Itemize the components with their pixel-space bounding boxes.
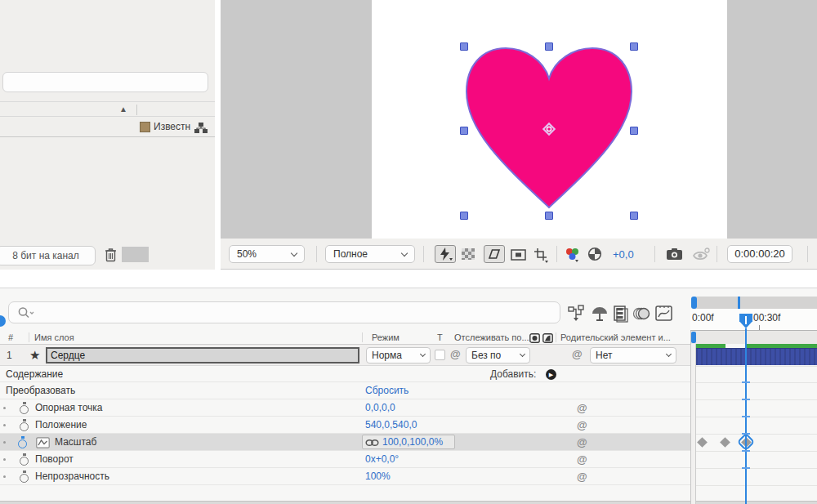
current-time-field[interactable]: 0:00:00:20: [727, 245, 792, 263]
transparency-grid-icon[interactable]: [462, 248, 475, 260]
keyframe-diamond[interactable]: [720, 437, 730, 448]
track-matte-dropdown[interactable]: Без по: [466, 347, 530, 364]
transform-group-row[interactable]: Преобразовать Сбросить: [0, 382, 690, 399]
property-label[interactable]: Положение: [35, 417, 87, 434]
anchor-point-icon[interactable]: [541, 121, 557, 137]
col-layer-name[interactable]: Имя слоя: [34, 332, 74, 342]
selection-handle[interactable]: [630, 127, 638, 135]
snapshot-camera-icon[interactable]: [666, 248, 683, 261]
layer-duration-bar[interactable]: [696, 348, 817, 365]
property-value[interactable]: 0x+0,0°: [365, 451, 399, 468]
stopwatch-icon-active[interactable]: [18, 436, 29, 449]
property-row-scale[interactable]: Масштаб 100,0,100,0% @: [0, 434, 690, 451]
motion-blur-icon[interactable]: [632, 305, 652, 323]
row-dot: [3, 424, 6, 426]
pick-whip-icon[interactable]: @: [577, 436, 587, 448]
graph-editor-icon[interactable]: [654, 305, 674, 323]
grid-guides-icon[interactable]: [533, 247, 551, 263]
pick-whip-icon[interactable]: @: [577, 471, 587, 483]
toolbar-divider: [717, 246, 717, 262]
constrain-proportions-chain-icon[interactable]: [365, 439, 379, 447]
mask-visibility-button[interactable]: [484, 245, 505, 263]
fast-previews-button[interactable]: [435, 245, 456, 263]
work-area-start-handle[interactable]: [691, 332, 696, 343]
parent-pick-whip-icon[interactable]: @: [572, 348, 583, 360]
stopwatch-icon[interactable]: [20, 453, 30, 466]
sort-ascending-icon[interactable]: ▲: [119, 105, 127, 114]
selection-handle[interactable]: [460, 127, 468, 135]
col-t[interactable]: T: [437, 332, 443, 342]
bit-depth-button[interactable]: 8 бит на канал: [0, 246, 96, 265]
layer-name-field[interactable]: Сердце: [46, 347, 359, 364]
property-label[interactable]: Опорная точка: [35, 399, 103, 417]
selection-handle[interactable]: [460, 42, 468, 51]
selection-handle[interactable]: [630, 212, 638, 220]
render-queue-swatch: [122, 247, 149, 262]
chevron-down-icon: [520, 351, 525, 357]
resolution-dropdown[interactable]: Полное: [325, 245, 415, 263]
cti-slit: [745, 316, 747, 324]
show-snapshot-eye-icon[interactable]: [692, 248, 710, 261]
transform-label[interactable]: Преобразовать: [6, 382, 75, 399]
time-navigator-bar[interactable]: [691, 297, 817, 309]
exposure-value[interactable]: +0,0: [613, 248, 634, 261]
col-track-matte[interactable]: Отслеживать по...: [454, 332, 529, 342]
alpha-matte-icon[interactable]: [529, 333, 540, 343]
timeline-panel: # Имя слоя Режим T Отслеживать по... Род…: [0, 288, 817, 504]
frame-blending-icon[interactable]: [611, 305, 631, 323]
mini-flowchart-icon[interactable]: [568, 305, 587, 323]
property-row-position[interactable]: Положение 540,0,540,0 @: [0, 417, 690, 434]
property-row-anchor-point[interactable]: Опорная точка 0,0,0,0 @: [0, 399, 690, 417]
contents-label[interactable]: Содержание: [6, 366, 63, 382]
property-label[interactable]: Масштаб: [55, 434, 96, 451]
property-value[interactable]: 540,0,540,0: [365, 417, 417, 434]
selection-handle[interactable]: [545, 212, 553, 220]
selection-handle[interactable]: [545, 42, 553, 51]
layer-row[interactable]: 1 ★ Сердце Норма @ Без по @ Нет: [0, 345, 690, 366]
parent-dropdown[interactable]: Нет: [590, 347, 676, 364]
show-channel-icon[interactable]: [565, 248, 581, 262]
exposure-icon[interactable]: [587, 247, 602, 261]
property-value[interactable]: 100,0,100,0%: [382, 434, 443, 451]
pick-whip-icon[interactable]: @: [577, 419, 587, 431]
keyframe-diamond[interactable]: [697, 437, 708, 448]
property-row-opacity[interactable]: Непрозрачность 100% @: [0, 468, 690, 485]
selection-handle[interactable]: [630, 42, 638, 51]
luma-matte-icon[interactable]: [542, 333, 553, 343]
selection-handle[interactable]: [460, 212, 468, 220]
timeline-search-input[interactable]: [8, 301, 560, 323]
layer-index: 1: [7, 345, 12, 366]
draft-3d-icon[interactable]: [590, 305, 609, 323]
stopwatch-icon[interactable]: [20, 471, 30, 484]
stopwatch-icon[interactable]: [20, 419, 30, 432]
navigator-start-handle[interactable]: [691, 297, 697, 309]
property-value[interactable]: 100%: [365, 468, 391, 485]
col-parent[interactable]: Родительский элемент и...: [560, 332, 671, 342]
blend-mode-dropdown[interactable]: Норма: [366, 347, 431, 364]
pick-whip-icon[interactable]: @: [577, 453, 587, 466]
lightning-icon: [435, 246, 455, 262]
contents-group-row[interactable]: Содержание Добавить: ▶: [0, 366, 690, 382]
region-of-interest-icon[interactable]: [511, 249, 526, 261]
add-button[interactable]: ▶: [546, 369, 556, 380]
label-color-swatch[interactable]: [140, 122, 150, 132]
property-label[interactable]: Непрозрачность: [35, 468, 109, 485]
reset-link[interactable]: Сбросить: [365, 382, 408, 399]
property-label[interactable]: Поворот: [35, 451, 74, 468]
property-value[interactable]: 0,0,0,0: [365, 399, 395, 417]
project-item-row[interactable]: Известн: [0, 117, 215, 137]
pick-whip-icon[interactable]: @: [577, 402, 587, 414]
col-number[interactable]: #: [8, 332, 13, 342]
graph-toggle-icon[interactable]: [36, 437, 50, 448]
project-filter-input[interactable]: [2, 72, 208, 92]
track-matte-pick-whip-icon[interactable]: @: [450, 348, 461, 360]
project-footer: 8 бит на канал: [0, 244, 215, 270]
preserve-transparency-checkbox[interactable]: [435, 350, 445, 360]
magnification-dropdown[interactable]: 50%: [229, 245, 305, 263]
composition-canvas[interactable]: [372, 0, 727, 239]
col-mode[interactable]: Режим: [372, 332, 400, 342]
property-row-rotation[interactable]: Поворот 0x+0,0° @: [0, 451, 690, 468]
time-ruler[interactable]: 0:00f 00:30f: [690, 309, 817, 331]
stopwatch-icon[interactable]: [20, 402, 30, 415]
trash-icon[interactable]: [105, 248, 117, 262]
